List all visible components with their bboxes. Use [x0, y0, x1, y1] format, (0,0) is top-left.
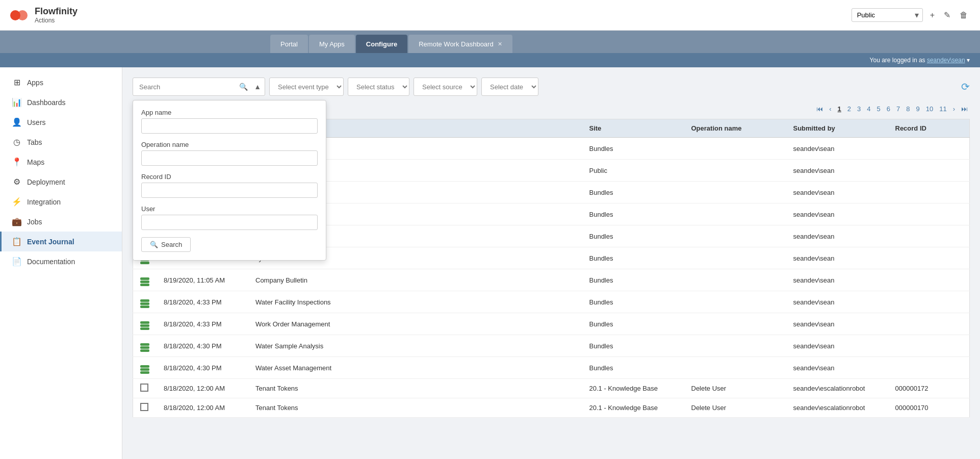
square-icon	[140, 403, 148, 411]
page-first-button[interactable]: ⏮	[814, 104, 825, 114]
refresh-button[interactable]: ⟳	[961, 81, 970, 93]
page-3-button[interactable]: 3	[855, 104, 863, 114]
row-recordid-cell	[888, 247, 970, 269]
row-recordid-cell	[888, 138, 970, 160]
square-icon	[140, 384, 148, 392]
record-id-input[interactable]	[141, 183, 318, 198]
close-tab-icon[interactable]: ✕	[498, 41, 502, 47]
sidebar-item-jobs[interactable]: 💼 Jobs	[0, 212, 122, 232]
row-opname-cell	[684, 335, 786, 357]
app-name-input[interactable]	[141, 118, 318, 134]
user-input[interactable]	[141, 215, 318, 230]
page-1-button[interactable]: 1	[836, 104, 843, 114]
integration-icon: ⚡	[12, 197, 22, 207]
sidebar-item-maps[interactable]: 📍 Maps	[0, 152, 122, 172]
row-recordid-cell	[888, 160, 970, 182]
page-next-button[interactable]: ›	[951, 104, 957, 114]
row-appname-cell: Company Bulletin	[248, 269, 582, 291]
app-name-field: App name	[141, 109, 318, 134]
jobs-icon: 💼	[12, 217, 22, 226]
row-icon-cell	[133, 291, 157, 313]
search-expand-button[interactable]: ▲	[252, 82, 263, 92]
table-row[interactable]: 8/18/2020, 4:33 PM Work Order Management…	[133, 313, 970, 335]
row-icon-cell	[133, 357, 157, 379]
page-6-button[interactable]: 6	[885, 104, 892, 114]
table-row[interactable]: 8/19/2020, 11:05 AM Company Bulletin Bun…	[133, 269, 970, 291]
sidebar-item-event-journal-label: Event Journal	[27, 238, 74, 246]
event-type-select[interactable]: Select event type	[269, 78, 344, 96]
row-opname-cell: Delete User	[684, 379, 786, 398]
sidebar-item-users[interactable]: 👤 Users	[0, 112, 122, 132]
db-icon	[140, 321, 149, 330]
page-10-button[interactable]: 10	[924, 104, 935, 114]
brand-sub: Actions	[35, 17, 78, 24]
add-button[interactable]: +	[928, 9, 937, 22]
page-9-button[interactable]: 9	[914, 104, 921, 114]
row-appname-cell: Water Sample Analysis	[248, 335, 582, 357]
sidebar-item-dashboards[interactable]: 📊 Dashboards	[0, 92, 122, 112]
table-row[interactable]: 8/18/2020, 4:30 PM Water Asset Managemen…	[133, 357, 970, 379]
user-field: User	[141, 205, 318, 230]
source-select[interactable]: Select source	[414, 78, 477, 96]
row-opname-cell	[684, 247, 786, 269]
table-row[interactable]: 8/18/2020, 4:33 PM Water Facility Inspec…	[133, 291, 970, 313]
sidebar-item-apps[interactable]: ⊞ Apps	[0, 72, 122, 92]
row-submittedby-cell: seandev\sean	[786, 335, 888, 357]
sidebar-item-event-journal[interactable]: 📋 Event Journal	[0, 232, 122, 251]
tab-remote-work[interactable]: Remote Work Dashboard ✕	[408, 35, 512, 53]
row-recordid-cell	[888, 225, 970, 247]
maps-icon: 📍	[12, 157, 22, 167]
sidebar-item-tabs[interactable]: ◷ Tabs	[0, 132, 122, 152]
row-icon-cell	[133, 269, 157, 291]
page-7-button[interactable]: 7	[894, 104, 902, 114]
sidebar-item-apps-label: Apps	[27, 79, 43, 87]
row-date-cell: 8/18/2020, 12:00 AM	[157, 398, 248, 418]
tab-portal[interactable]: Portal	[270, 35, 308, 53]
sidebar-item-documentation[interactable]: 📄 Documentation	[0, 251, 122, 271]
page-11-button[interactable]: 11	[937, 104, 948, 114]
record-id-label: Record ID	[141, 173, 318, 181]
user-link[interactable]: seandev\sean	[927, 57, 965, 64]
dropdown-search-label: Search	[161, 241, 182, 248]
status-select[interactable]: Select status	[348, 78, 409, 96]
row-site-cell: Bundles	[582, 203, 684, 225]
page-4-button[interactable]: 4	[865, 104, 872, 114]
header: Flowfinity Actions Public Private Shared…	[0, 0, 980, 31]
date-select[interactable]: Select date	[481, 78, 538, 96]
row-opname-cell	[684, 225, 786, 247]
table-row[interactable]: 8/18/2020, 4:30 PM Water Sample Analysis…	[133, 335, 970, 357]
workspace-select[interactable]: Public Private Shared	[852, 8, 923, 22]
tab-my-apps[interactable]: My Apps	[309, 35, 355, 53]
page-last-button[interactable]: ⏭	[959, 104, 970, 114]
date-wrapper: Select date	[481, 78, 538, 96]
page-8-button[interactable]: 8	[904, 104, 912, 114]
operation-name-input[interactable]	[141, 150, 318, 166]
search-button[interactable]: 🔍	[237, 82, 250, 92]
tab-configure[interactable]: Configure	[356, 35, 407, 53]
delete-button[interactable]: 🗑	[958, 9, 970, 22]
row-date-cell: 8/18/2020, 4:30 PM	[157, 357, 248, 379]
db-icon	[140, 365, 149, 374]
page-2-button[interactable]: 2	[845, 104, 853, 114]
row-site-cell: Bundles	[582, 225, 684, 247]
db-icon	[140, 343, 149, 352]
row-recordid-cell: 000000170	[888, 398, 970, 418]
brand-name: Flowfinity	[35, 6, 78, 17]
page-5-button[interactable]: 5	[875, 104, 883, 114]
row-site-cell: Bundles	[582, 313, 684, 335]
svg-point-1	[17, 10, 28, 20]
table-row[interactable]: 8/18/2020, 12:00 AM Tenant Tokens 20.1 -…	[133, 398, 970, 418]
sidebar-item-deployment[interactable]: ⚙ Deployment	[0, 172, 122, 192]
dropdown-search-button[interactable]: 🔍 Search	[141, 237, 191, 252]
filter-bar: 🔍 ▲ App name Operation name Record ID	[133, 78, 970, 96]
row-date-cell: 8/18/2020, 4:30 PM	[157, 335, 248, 357]
sidebar-item-integration[interactable]: ⚡ Integration	[0, 192, 122, 212]
page-prev-button[interactable]: ‹	[827, 104, 833, 114]
table-row[interactable]: 8/18/2020, 12:00 AM Tenant Tokens 20.1 -…	[133, 379, 970, 398]
row-recordid-cell	[888, 335, 970, 357]
row-submittedby-cell: seandev\sean	[786, 247, 888, 269]
row-submittedby-cell: seandev\sean	[786, 138, 888, 160]
search-dropdown: App name Operation name Record ID User	[133, 100, 326, 261]
row-icon-cell	[133, 379, 157, 398]
edit-button[interactable]: ✎	[942, 8, 952, 22]
